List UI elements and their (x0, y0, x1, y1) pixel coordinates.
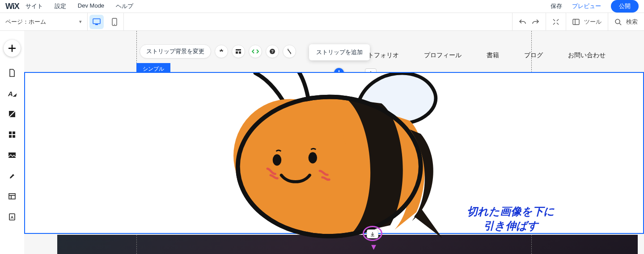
layout-icon[interactable] (232, 45, 245, 58)
svg-line-7 (619, 23, 621, 25)
wix-logo[interactable]: WiX (0, 2, 25, 11)
section-toolbar: ストリップ背景を変更 ? (140, 44, 296, 59)
content-manager-icon[interactable]: A (8, 212, 17, 221)
svg-point-25 (290, 53, 291, 54)
svg-text:?: ? (271, 49, 274, 54)
menu-settings[interactable]: 設定 (55, 2, 66, 10)
svg-point-30 (309, 152, 317, 163)
tools-button[interactable]: ツール (566, 13, 608, 30)
svg-rect-4 (573, 19, 579, 25)
more-icon[interactable] (283, 45, 296, 58)
nav-books[interactable]: 書籍 (487, 51, 499, 59)
search-label: 検索 (626, 18, 638, 26)
blog-icon[interactable] (8, 171, 17, 180)
svg-rect-10 (13, 131, 15, 134)
menu-devmode[interactable]: Dev Mode (78, 2, 104, 10)
publish-button[interactable]: 公開 (611, 0, 639, 13)
svg-text:A: A (11, 215, 14, 220)
nav-contact[interactable]: お問い合わせ (568, 51, 606, 59)
chevron-down-icon: ▾ (79, 19, 82, 25)
pages-icon[interactable] (8, 68, 17, 77)
svg-point-6 (615, 19, 620, 24)
device-switch (88, 13, 124, 30)
left-rail: A◢ A (0, 31, 24, 254)
media-icon[interactable] (8, 151, 17, 160)
menu-site[interactable]: サイト (25, 2, 43, 10)
search-button[interactable]: 検索 (608, 13, 644, 30)
redo-button[interactable] (531, 18, 539, 25)
page-selector-label: ページ：ホーム (5, 18, 46, 26)
svg-rect-1 (95, 24, 98, 25)
add-element-button[interactable] (4, 40, 21, 57)
background-icon[interactable] (8, 110, 17, 119)
svg-point-28 (233, 99, 347, 212)
strip-stretch-handle-bottom[interactable] (367, 229, 378, 238)
mobile-view-button[interactable] (106, 13, 123, 31)
svg-rect-11 (9, 135, 12, 138)
add-strip-tooltip: ストリップを追加 (309, 44, 370, 60)
undo-redo-group (512, 13, 546, 30)
svg-rect-21 (239, 51, 241, 54)
svg-rect-0 (93, 19, 100, 24)
svg-rect-9 (9, 131, 12, 134)
top-menu-bar: WiX サイト 設定 Dev Mode ヘルプ 保存 プレビュー 公開 (0, 0, 644, 13)
svg-rect-14 (9, 194, 15, 199)
zoom-button[interactable] (546, 13, 566, 30)
animation-icon[interactable] (215, 45, 228, 58)
svg-rect-20 (236, 51, 238, 54)
desktop-view-button[interactable] (89, 15, 104, 29)
site-nav: ポートフォリオ プロフィール 書籍 ブログ お問い合わせ (355, 51, 606, 59)
preview-button[interactable]: プレビュー (572, 2, 601, 10)
page-selector[interactable]: ページ：ホーム ▾ (0, 13, 88, 30)
annotation-text: 切れた画像を下に 引き伸ばす (467, 204, 555, 233)
svg-rect-12 (13, 135, 15, 138)
undo-button[interactable] (519, 18, 527, 25)
svg-point-24 (288, 49, 288, 50)
help-icon[interactable]: ? (266, 45, 279, 58)
svg-rect-19 (236, 49, 241, 51)
save-button[interactable]: 保存 (551, 2, 562, 10)
stretch-icon[interactable] (249, 45, 262, 58)
editor-canvas[interactable]: ポートフォリオ プロフィール 書籍 ブログ お問い合わせ ストリップ背景を変更 … (24, 31, 644, 254)
nav-profile[interactable]: プロフィール (424, 51, 462, 59)
bee-illustration (213, 73, 454, 238)
svg-point-29 (273, 154, 281, 165)
annotation-arrow-icon: ▾ (371, 241, 376, 253)
nav-blog[interactable]: ブログ (524, 51, 543, 59)
data-icon[interactable] (8, 192, 17, 201)
theme-icon[interactable]: A◢ (8, 89, 17, 98)
svg-rect-13 (8, 152, 16, 158)
editor-toolbar: ページ：ホーム ▾ ツール 検索 (0, 13, 644, 31)
change-strip-bg-button[interactable]: ストリップ背景を変更 (140, 44, 211, 59)
tools-label: ツール (584, 18, 602, 26)
apps-icon[interactable] (8, 130, 17, 139)
menu-help[interactable]: ヘルプ (116, 2, 133, 10)
svg-point-3 (114, 24, 115, 25)
